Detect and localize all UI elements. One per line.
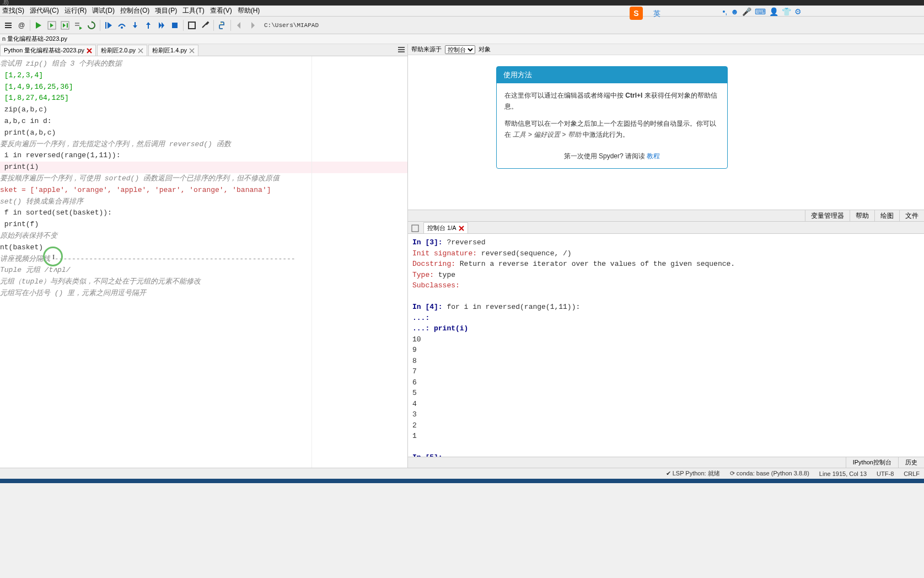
console-prompt: ...: [412,314,429,322]
console-output: 3 [412,409,920,420]
ime-sogou-icon[interactable]: S [630,7,643,20]
debug-stop-icon[interactable] [169,19,181,31]
ime-smile-icon[interactable]: ☻ [730,7,739,16]
ime-keyboard-icon[interactable]: ⌨ [755,7,766,16]
help-usage-panel: 使用方法 在这里你可以通过在编辑器或者终端中按 Ctrl+I 来获得任何对象的帮… [496,66,728,169]
editor-tab[interactable]: 粉刷匠2.0.py [97,45,147,56]
debug-step-over-icon[interactable] [116,19,128,31]
rerun-icon[interactable] [85,19,98,31]
editor-tab-label: 粉刷匠2.0.py [101,46,136,55]
menu-run[interactable]: 运行(R) [65,6,87,15]
status-lsp[interactable]: ✔ LSP Python: 就绪 [666,469,720,478]
tutorial-link[interactable]: 教程 [647,152,660,160]
code-line: sket = ['apple', 'orange', 'apple', 'pea… [0,186,271,194]
code-line: print(a,b,c) [0,129,56,137]
svg-marker-26 [251,22,255,29]
console-output: 6 [412,377,920,388]
tab-variable-explorer[interactable]: 变量管理器 [805,210,850,221]
code-line: nt(basket) [0,243,43,251]
console-input: ?reversed [443,238,486,247]
maximize-pane-icon[interactable] [186,19,198,31]
help-source-label: 帮助来源于 [411,45,442,53]
console-tab-active[interactable]: 控制台 1/A [423,222,468,233]
close-icon[interactable] [459,226,464,231]
tab-files[interactable]: 文件 [899,210,924,221]
toolbar-outline-icon[interactable] [2,19,14,31]
console-output: 8 [412,356,920,367]
help-body: 使用方法 在这里你可以通过在编辑器或者终端中按 Ctrl+I 来获得任何对象的帮… [408,55,924,210]
status-conda[interactable]: ⟳ conda: base (Python 3.8.8) [730,470,809,477]
code-line: [1,8,27,64,125] [0,94,69,102]
code-comment: 元组（tuple）与列表类似，不同之处在于元组的元素不能修改 [0,277,201,286]
preferences-icon[interactable] [199,19,211,31]
svg-point-15 [121,26,123,29]
status-encoding: UTF-8 [877,470,894,477]
ime-person-icon[interactable]: 👤 [769,7,778,16]
status-eol: CRLF [904,470,920,477]
console-list-icon[interactable] [410,223,420,233]
run-cell-advance-icon[interactable] [59,19,71,31]
editor-tab[interactable]: 粉刷匠1.4.py [148,45,198,56]
python-path-icon[interactable] [216,19,228,31]
tab-help[interactable]: 帮助 [850,210,874,221]
debug-continue-icon[interactable] [155,19,168,31]
console-output: 2 [412,420,920,431]
svg-rect-22 [172,23,178,28]
run-selection-icon[interactable] [72,19,84,31]
menu-find[interactable]: 查找(S) [2,6,24,15]
console-output: 7 [412,366,920,377]
svg-rect-23 [189,22,195,29]
tab-ipython-console[interactable]: IPython控制台 [846,457,898,468]
help-text: 在这里你可以通过在编辑器或者终端中按 Ctrl+I 来获得任何对象的帮助信息。 [504,90,719,113]
tab-list-icon[interactable] [397,46,405,55]
ime-language[interactable]: 英 [653,9,660,19]
close-icon[interactable] [189,48,195,53]
code-editor[interactable]: 尝试用 zip() 组合 3 个列表的数据 [1,2,3,4] [1,4,9,1… [0,56,407,468]
console-label: Docstring: [412,260,455,268]
code-line: print(i) [0,163,39,171]
debug-step-icon[interactable] [103,19,115,31]
taskbar[interactable] [0,479,924,483]
tab-history[interactable]: 历史 [898,457,924,468]
back-icon[interactable] [233,19,245,31]
working-directory[interactable]: C:\Users\MIAPAD [264,22,319,29]
menu-debug[interactable]: 调试(D) [92,6,115,15]
menu-help[interactable]: 帮助(H) [238,6,260,15]
toolbar: @ C:\Users\MIAPAD [0,17,924,34]
code-line: i in reversed(range(1,11)): [0,151,120,159]
help-object-label: 对象 [479,45,491,53]
menu-source[interactable]: 源代码(C) [30,6,59,15]
tab-plots[interactable]: 绘图 [874,210,899,221]
run-cell-icon[interactable] [46,19,58,31]
menu-project[interactable]: 项目(P) [155,6,177,15]
close-icon[interactable] [138,48,143,53]
help-pane-tabs: 变量管理器 帮助 绘图 文件 [408,210,924,222]
console-label: Type: [412,271,434,279]
editor-tab-active[interactable]: Python 量化编程基础-2023.py [0,45,96,56]
code-comment: 要按顺序遍历一个序列，可使用 sorted() 函数返回一个已排序的序列，但不修… [0,174,280,183]
svg-rect-9 [75,23,79,24]
ipython-console[interactable]: In [3]: ?reversed Init signature: revers… [408,234,924,457]
menu-console[interactable]: 控制台(O) [120,6,149,15]
console-prompt: ...: print(i) [412,324,468,333]
svg-marker-17 [133,25,137,28]
code-line: f in sorted(set(basket)): [0,208,112,217]
run-file-icon[interactable] [33,19,45,31]
menu-view[interactable]: 查看(V) [210,6,232,15]
statusbar: ✔ LSP Python: 就绪 ⟳ conda: base (Python 3… [0,468,924,479]
ime-gear-icon[interactable]: ⚙ [794,7,802,16]
console-prompt: In [3]: [412,238,443,247]
ime-punct-icon[interactable]: •, [722,7,727,16]
help-source-select[interactable]: 控制台 [445,45,475,54]
toolbar-at-icon[interactable]: @ [15,19,28,31]
code-comment: 讲座视频分隔线 --------------------------------… [0,255,296,263]
close-icon[interactable] [87,48,92,53]
debug-step-out-icon[interactable] [142,19,154,31]
ime-shirt-icon[interactable]: 👕 [782,7,791,16]
ime-toolbar[interactable]: •, ☻ 🎤 ⌨ 👤 👕 ⚙ [722,7,802,16]
debug-step-into-icon[interactable] [129,19,141,31]
menu-tools[interactable]: 工具(T) [182,6,204,15]
forward-icon[interactable] [246,19,259,31]
ime-mic-icon[interactable]: 🎤 [742,7,751,16]
console-output: 4 [412,399,920,410]
